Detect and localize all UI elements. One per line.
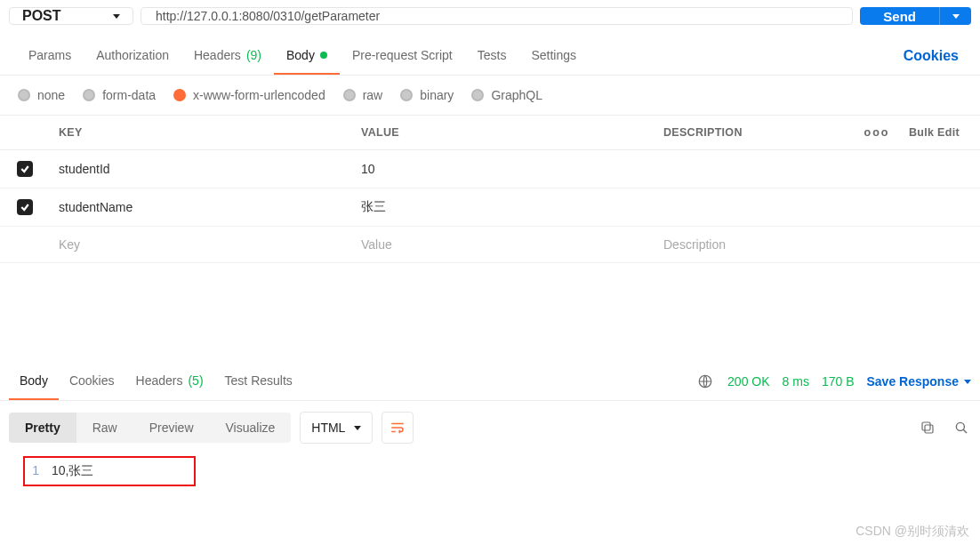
col-description: DESCRIPTION bbox=[655, 116, 854, 149]
response-body: 1 10,张三 bbox=[23, 456, 196, 486]
dot-indicator-icon bbox=[320, 52, 327, 59]
chevron-down-icon bbox=[354, 426, 361, 430]
radio-icon bbox=[83, 89, 95, 101]
copy-icon[interactable] bbox=[918, 418, 937, 437]
send-button-group: Send bbox=[860, 7, 971, 25]
table-row: studentId 10 bbox=[0, 150, 980, 188]
wrap-lines-button[interactable] bbox=[382, 412, 414, 444]
time-text: 8 ms bbox=[783, 374, 809, 389]
status-text: 200 OK bbox=[727, 374, 769, 389]
response-tabs: Body Cookies Headers (5) Test Results 20… bbox=[0, 363, 980, 401]
radio-graphql[interactable]: GraphQL bbox=[471, 88, 542, 102]
line-content: 10,张三 bbox=[52, 463, 93, 479]
kv-description-cell[interactable] bbox=[655, 188, 854, 226]
view-pretty[interactable]: Pretty bbox=[9, 413, 76, 443]
svg-line-4 bbox=[963, 429, 967, 433]
resp-tab-cookies[interactable]: Cookies bbox=[59, 363, 125, 400]
chevron-down-icon bbox=[964, 380, 971, 384]
kv-more-options[interactable]: ooo bbox=[854, 116, 900, 149]
body-type-row: none form-data x-www-form-urlencoded raw… bbox=[0, 76, 980, 116]
view-mode-group: Pretty Raw Preview Visualize bbox=[9, 413, 291, 443]
kv-description-cell[interactable] bbox=[655, 150, 854, 188]
response-view-row: Pretty Raw Preview Visualize HTML bbox=[0, 401, 980, 454]
radio-binary[interactable]: binary bbox=[400, 88, 454, 102]
response-type-select[interactable]: HTML bbox=[300, 412, 373, 444]
size-text: 170 B bbox=[822, 374, 855, 389]
row-checkbox[interactable] bbox=[17, 199, 33, 215]
radio-form-data[interactable]: form-data bbox=[83, 88, 156, 102]
kv-value-placeholder[interactable]: Value bbox=[352, 227, 655, 262]
bulk-edit-link[interactable]: Bulk Edit bbox=[900, 116, 980, 149]
kv-value-cell[interactable]: 张三 bbox=[352, 188, 655, 226]
tab-settings[interactable]: Settings bbox=[518, 37, 589, 75]
cookies-link[interactable]: Cookies bbox=[898, 37, 964, 75]
kv-value-cell[interactable]: 10 bbox=[352, 150, 655, 188]
svg-rect-1 bbox=[925, 425, 933, 433]
radio-icon bbox=[18, 89, 30, 101]
kv-key-placeholder[interactable]: Key bbox=[50, 227, 352, 262]
resp-tab-headers[interactable]: Headers (5) bbox=[125, 363, 214, 400]
url-input[interactable]: http://127.0.0.1:8080/0310/getParameter bbox=[141, 7, 853, 25]
resp-tab-body[interactable]: Body bbox=[9, 363, 59, 400]
tab-tests[interactable]: Tests bbox=[465, 37, 519, 75]
svg-point-3 bbox=[956, 422, 964, 430]
col-value: VALUE bbox=[352, 116, 655, 149]
tab-authorization[interactable]: Authorization bbox=[84, 37, 181, 75]
kv-key-cell[interactable]: studentName bbox=[50, 188, 352, 226]
code-line: 1 10,张三 bbox=[25, 463, 194, 479]
tab-prerequest[interactable]: Pre-request Script bbox=[340, 37, 465, 75]
radio-icon bbox=[343, 89, 356, 101]
watermark: CSDN @别时须清欢 bbox=[855, 524, 969, 540]
send-dropdown[interactable] bbox=[939, 7, 971, 25]
url-value: http://127.0.0.1:8080/0310/getParameter bbox=[156, 9, 380, 23]
radio-icon bbox=[471, 89, 484, 101]
resp-tab-test-results[interactable]: Test Results bbox=[214, 363, 303, 400]
row-checkbox[interactable] bbox=[17, 161, 33, 177]
view-visualize[interactable]: Visualize bbox=[210, 413, 292, 443]
kv-key-cell[interactable]: studentId bbox=[50, 150, 352, 188]
send-button[interactable]: Send bbox=[860, 7, 939, 25]
globe-icon[interactable] bbox=[695, 372, 715, 391]
chevron-down-icon bbox=[113, 14, 120, 19]
view-preview[interactable]: Preview bbox=[133, 413, 210, 443]
search-icon[interactable] bbox=[952, 418, 971, 437]
view-raw[interactable]: Raw bbox=[76, 413, 133, 443]
kv-table-header: KEY VALUE DESCRIPTION ooo Bulk Edit bbox=[0, 116, 980, 150]
svg-rect-2 bbox=[922, 422, 930, 430]
kv-description-placeholder[interactable]: Description bbox=[655, 227, 854, 262]
table-row: studentName 张三 bbox=[0, 188, 980, 227]
tab-headers[interactable]: Headers (9) bbox=[181, 37, 274, 75]
radio-icon bbox=[173, 89, 186, 101]
tab-params[interactable]: Params bbox=[16, 37, 84, 75]
method-select[interactable]: POST bbox=[9, 7, 133, 25]
radio-icon bbox=[400, 89, 413, 101]
request-tabs: Params Authorization Headers (9) Body Pr… bbox=[0, 37, 980, 76]
chevron-down-icon bbox=[952, 14, 960, 19]
radio-none[interactable]: none bbox=[18, 88, 65, 102]
col-key: KEY bbox=[50, 116, 352, 149]
save-response-button[interactable]: Save Response bbox=[867, 374, 972, 389]
radio-raw[interactable]: raw bbox=[343, 88, 383, 102]
method-value: POST bbox=[22, 8, 61, 24]
radio-urlencoded[interactable]: x-www-form-urlencoded bbox=[173, 88, 325, 102]
tab-body[interactable]: Body bbox=[274, 37, 340, 75]
line-number: 1 bbox=[25, 463, 52, 479]
table-row: Key Value Description bbox=[0, 227, 980, 263]
